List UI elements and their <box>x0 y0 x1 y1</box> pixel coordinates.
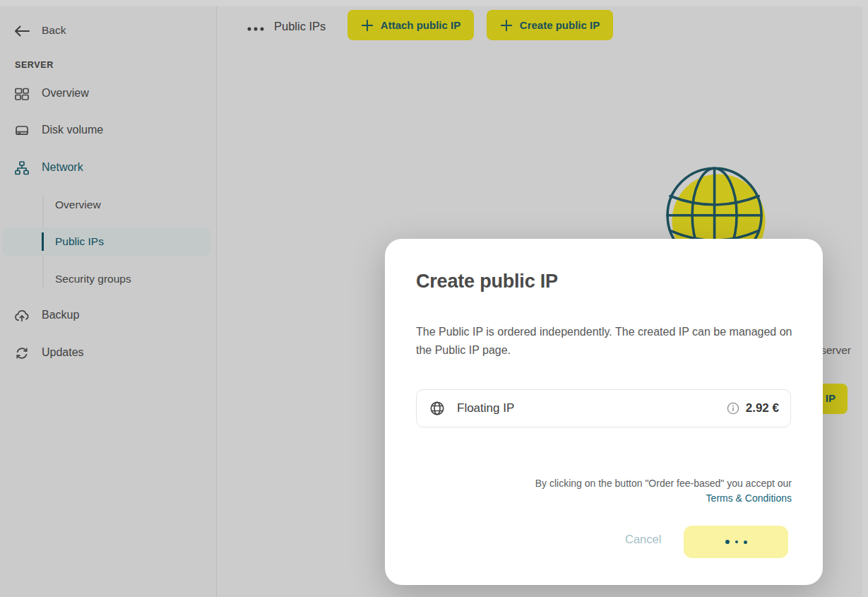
back-button[interactable]: Back <box>0 17 216 45</box>
sidebar-item-label: Network <box>42 161 83 174</box>
sidebar-subitem-label: Public IPs <box>55 235 104 248</box>
modal-title: Create public IP <box>416 271 558 292</box>
create-public-ip-button[interactable]: Create public IP <box>487 10 613 40</box>
attach-button-label: Attach public IP <box>381 19 460 31</box>
empty-state-text-fragment: server <box>821 344 851 357</box>
sidebar-subitem-public-ips-selected[interactable]: Public IPs <box>2 227 210 256</box>
plus-icon <box>500 19 513 32</box>
sidebar-item-disk-volume[interactable]: Disk volume <box>0 117 216 145</box>
sidebar-subitem-network-overview[interactable]: Overview <box>0 192 216 218</box>
network-icon <box>13 160 30 177</box>
sidebar-item-label: Backup <box>42 309 79 321</box>
sidebar: Back SERVER Overview Disk volume <box>0 0 217 597</box>
loading-dot <box>735 540 738 543</box>
terms-text: By clicking on the button "Order fee-bas… <box>535 478 792 489</box>
sidebar-subitem-security-groups[interactable]: Security groups <box>0 266 216 292</box>
sidebar-item-label: Updates <box>42 346 84 359</box>
option-label: Floating IP <box>457 401 514 415</box>
scrollbar-track[interactable] <box>862 0 868 597</box>
top-band <box>0 0 868 6</box>
terms-and-conditions-link[interactable]: Terms & Conditions <box>535 491 792 506</box>
create-button-label: Create public IP <box>520 19 600 31</box>
order-submit-button-loading[interactable] <box>684 526 788 558</box>
sidebar-item-network[interactable]: Network <box>0 154 216 182</box>
sidebar-subitem-label: Security groups <box>55 273 131 285</box>
sidebar-subitem-label: Overview <box>55 199 101 211</box>
disk-icon <box>13 122 30 139</box>
globe-icon <box>429 401 445 416</box>
dashboard-grid-icon <box>13 85 30 102</box>
back-arrow-icon <box>13 23 30 40</box>
cloud-backup-icon <box>13 307 30 324</box>
refresh-icon <box>13 345 30 362</box>
sidebar-item-backup[interactable]: Backup <box>0 302 216 330</box>
server-section-label: SERVER <box>15 60 54 70</box>
loading-dot <box>744 540 747 544</box>
plus-icon <box>361 19 374 32</box>
button-label-fragment: IP <box>826 392 836 404</box>
floating-ip-option-row[interactable]: Floating IP 2.92 € <box>416 389 791 427</box>
loading-dot <box>725 540 730 544</box>
terms-notice: By clicking on the button "Order fee-bas… <box>535 476 792 506</box>
info-icon[interactable] <box>727 402 739 415</box>
sidebar-item-label: Overview <box>42 87 89 100</box>
sidebar-item-updates[interactable]: Updates <box>0 339 216 367</box>
modal-description: The Public IP is ordered independently. … <box>416 323 803 359</box>
page-title: Public IPs <box>274 20 326 33</box>
more-options-icon[interactable] <box>246 23 265 35</box>
option-price: 2.92 € <box>746 401 779 415</box>
cancel-button[interactable]: Cancel <box>625 533 661 546</box>
sidebar-item-overview[interactable]: Overview <box>0 80 216 108</box>
sidebar-item-label: Disk volume <box>42 124 103 136</box>
attach-public-ip-button[interactable]: Attach public IP <box>347 10 474 40</box>
back-label: Back <box>42 24 66 37</box>
create-public-ip-modal: Create public IP The Public IP is ordere… <box>385 239 823 585</box>
selected-indicator-bar <box>42 232 44 251</box>
app-window: Back SERVER Overview Disk volume <box>0 0 868 597</box>
